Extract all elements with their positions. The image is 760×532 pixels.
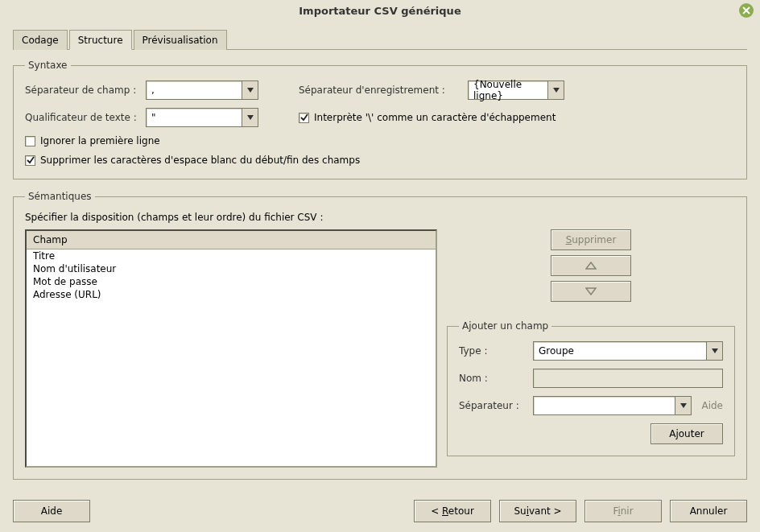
- select-text-qualifier-value: ": [151, 112, 156, 123]
- label-field-separator: Séparateur de champ :: [25, 85, 138, 96]
- btn-supprimer-rest: upprimer: [572, 234, 616, 245]
- dropdown-arrow-icon: [675, 397, 691, 414]
- close-icon: [742, 6, 750, 14]
- list-item[interactable]: Adresse (URL): [27, 288, 436, 301]
- legend-syntaxe: Syntaxe: [25, 60, 71, 71]
- btn-back-prefix: <: [431, 505, 442, 517]
- tabs: Codage Structure Prévisualisation: [13, 29, 747, 50]
- button-aide[interactable]: Aide: [13, 500, 90, 522]
- button-move-down[interactable]: [551, 281, 631, 302]
- fieldset-syntaxe: Syntaxe Séparateur de champ : , Séparate…: [13, 60, 747, 179]
- btn-back-suffix: etour: [448, 505, 474, 517]
- legend-add-field: Ajouter un champ: [459, 320, 551, 332]
- button-finir: Finir: [584, 500, 662, 522]
- btn-back-u: R: [442, 505, 448, 517]
- label-specify-layout: Spécifier la disposition (champs et leur…: [25, 212, 735, 223]
- list-item[interactable]: Mot de passe: [27, 275, 436, 288]
- fieldset-add-field: Ajouter un champ Type : Groupe Nom : Sép…: [447, 320, 735, 456]
- btn-finish-suffix: nir: [621, 505, 634, 517]
- label-name: Nom :: [459, 373, 523, 384]
- checkbox-escape[interactable]: Interprète '\' comme un caractère d'écha…: [299, 112, 556, 123]
- button-supprimer[interactable]: Supprimer: [551, 229, 631, 250]
- select-record-separator[interactable]: {Nouvelle ligne}: [468, 80, 564, 100]
- btn-next-prefix: Su: [514, 505, 526, 517]
- checkbox-ignore-first[interactable]: Ignorer la première ligne: [25, 135, 160, 146]
- tab-structure[interactable]: Structure: [69, 30, 132, 50]
- legend-semantiques: Sémantiques: [25, 191, 95, 202]
- select-field-separator-value: ,: [151, 85, 155, 96]
- list-column-header: Champ: [27, 231, 436, 250]
- dropdown-arrow-icon: [242, 81, 258, 99]
- tab-previsualisation[interactable]: Prévisualisation: [134, 30, 227, 50]
- checkbox-ignore-first-label: Ignorer la première ligne: [40, 135, 160, 146]
- button-suivant[interactable]: Suivant >: [499, 500, 576, 522]
- select-type-value: Groupe: [539, 345, 574, 357]
- button-move-up[interactable]: [551, 255, 631, 276]
- dropdown-arrow-icon: [547, 81, 564, 99]
- checkbox-box: [299, 113, 309, 123]
- dropdown-arrow-icon: [706, 342, 722, 360]
- select-field-separator[interactable]: ,: [146, 80, 258, 100]
- list-item[interactable]: Nom d'utilisateur: [27, 262, 436, 275]
- chevron-down-icon: [585, 287, 597, 295]
- label-type: Type :: [459, 345, 523, 357]
- select-record-separator-value: {Nouvelle ligne}: [473, 79, 546, 101]
- window-close-button[interactable]: [739, 3, 754, 18]
- window-title: Importateur CSV générique: [299, 5, 461, 17]
- checkbox-escape-label: Interprète '\' comme un caractère d'écha…: [314, 112, 556, 123]
- checkbox-trim-label: Supprimer les caractères d'espace blanc …: [40, 155, 360, 166]
- btn-next-suffix: vant >: [529, 505, 562, 517]
- button-ajouter[interactable]: Ajouter: [651, 423, 723, 444]
- label-text-qualifier: Qualificateur de texte :: [25, 112, 138, 123]
- chevron-up-icon: [585, 262, 597, 270]
- tab-codage[interactable]: Codage: [13, 30, 68, 50]
- list-item[interactable]: Titre: [27, 250, 436, 262]
- help-link[interactable]: Aide: [701, 400, 723, 411]
- input-name: [533, 369, 723, 388]
- button-annuler[interactable]: Annuler: [670, 500, 747, 522]
- label-record-separator: Séparateur d'enregistrement :: [299, 85, 460, 96]
- dropdown-arrow-icon: [242, 109, 258, 126]
- select-text-qualifier[interactable]: ": [146, 108, 258, 127]
- checkbox-box: [25, 155, 35, 166]
- select-separateur[interactable]: [533, 396, 692, 415]
- select-type[interactable]: Groupe: [533, 341, 723, 361]
- button-retour[interactable]: < Retour: [414, 500, 491, 522]
- checkbox-trim[interactable]: Supprimer les caractères d'espace blanc …: [25, 155, 360, 166]
- field-listbox[interactable]: Champ Titre Nom d'utilisateur Mot de pas…: [25, 229, 437, 468]
- label-separateur: Séparateur :: [459, 400, 523, 411]
- fieldset-semantiques: Sémantiques Spécifier la disposition (ch…: [13, 191, 747, 480]
- checkbox-box: [25, 136, 35, 146]
